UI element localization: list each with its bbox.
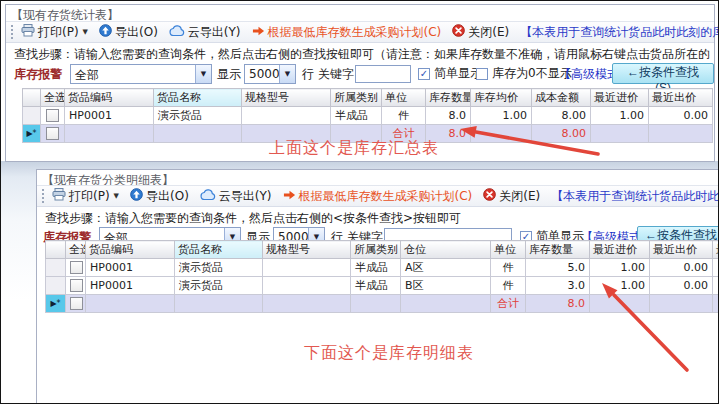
col-stock-qty[interactable]: 库存数量 — [526, 241, 590, 259]
simple-display-checkbox[interactable]: ✓ 简单显示 — [418, 65, 482, 82]
cell-recent-out: 0.00 — [649, 107, 713, 125]
close-icon — [483, 188, 496, 204]
cell-qty: 8.0 — [426, 107, 471, 125]
table-row[interactable]: HP0001 演示货品 半成品 B区 件 3.0 1.00 0.00 — [46, 277, 719, 295]
cell-spec — [263, 277, 351, 295]
arrow-right-icon — [252, 25, 265, 40]
col-stock-qty[interactable]: 库存数量 — [426, 89, 471, 107]
print-button[interactable]: 打印(P) ▼ — [21, 24, 88, 41]
cell-category: 半成品 — [351, 259, 401, 277]
col-select-all[interactable]: 全选 — [41, 89, 65, 107]
cell-category: 半成品 — [351, 277, 401, 295]
col-bin[interactable]: 仓位 — [401, 241, 491, 259]
toolbar: 打印(P) ▼ 导出(O) 云导出(Y) 根据最低库存数生成采购计划(C) 关闭… — [37, 185, 719, 207]
new-row-indicator-icon: ▶* — [46, 295, 66, 313]
filter-row: 库存报警 全部 ▼ 显示 5000 ▼ 行 关键字 ✓ 简单显示 库存为0不显示… — [6, 62, 714, 86]
chevron-down-icon: ▼ — [114, 192, 119, 200]
col-item-code[interactable]: 货品编码 — [65, 89, 154, 107]
row-limit-select[interactable]: 5000 ▼ — [244, 64, 296, 84]
arrow-right-icon — [283, 189, 296, 204]
cell-category: 半成品 — [331, 107, 382, 125]
stock-alarm-select[interactable]: 全部 ▼ — [70, 64, 212, 84]
col-item-code[interactable]: 货品编码 — [86, 241, 175, 259]
cell-avg-price: 1.00 — [471, 107, 532, 125]
keyword-input[interactable] — [355, 65, 411, 83]
col-recent-in[interactable]: 最近进价 — [590, 241, 650, 259]
help-text: 查找步骤：请输入您需要的查询条件，然后点击右侧的查找按钮即可（请注意：如果库存数… — [14, 46, 710, 63]
cloud-export-button[interactable]: 云导出(Y) — [169, 24, 241, 41]
row-checkbox[interactable] — [41, 107, 65, 125]
cell-unit: 件 — [491, 277, 526, 295]
new-row-indicator-icon: ▶* — [23, 125, 41, 143]
col-recent-in[interactable]: 最近进价 — [591, 89, 649, 107]
chevron-down-icon: ▼ — [195, 65, 211, 83]
table-row[interactable]: HP0001 演示货品 半成品 件 8.0 1.00 8.00 1.00 0.0… — [23, 107, 713, 125]
export-icon — [99, 24, 112, 40]
col-item-name[interactable]: 货品名称 — [154, 89, 242, 107]
cell-recent-in: 1.00 — [590, 277, 650, 295]
checkbox-checked-icon: ✓ — [418, 68, 430, 80]
col-spec[interactable]: 规格型号 — [263, 241, 351, 259]
col-recent-out[interactable]: 最近出价 — [650, 241, 713, 259]
col-clipped[interactable]: 最 — [713, 241, 719, 259]
purchase-plan-button[interactable]: 根据最低库存数生成采购计划(C) — [252, 24, 442, 41]
table-header-row: 全选 货品编码 货品名称 规格型号 所属类别 仓位 单位 库存数量 最近进价 最… — [46, 241, 719, 259]
col-recent-out[interactable]: 最近出价 — [649, 89, 713, 107]
cell-name: 演示货品 — [154, 107, 242, 125]
keyword-label: 关键字 — [318, 66, 354, 83]
col-spec[interactable]: 规格型号 — [242, 89, 331, 107]
row-gutter — [23, 89, 41, 107]
print-button[interactable]: 打印(P) ▼ — [52, 188, 119, 205]
summary-table: 全选 货品编码 货品名称 规格型号 所属类别 单位 库存数量 库存均价 成本金额… — [22, 88, 713, 143]
purchase-plan-button[interactable]: 根据最低库存数生成采购计划(C) — [283, 188, 473, 205]
total-row: ▶* 合计 8.0 — [46, 295, 719, 313]
toolbar: 打印(P) ▼ 导出(O) 云导出(Y) 根据最低库存数生成采购计划(C) 关闭… — [6, 21, 714, 43]
show-label: 显示 — [217, 66, 241, 83]
table-header-row: 全选 货品编码 货品名称 规格型号 所属类别 单位 库存数量 库存均价 成本金额… — [23, 89, 713, 107]
cell-bin: B区 — [401, 277, 491, 295]
printer-icon — [52, 188, 66, 204]
cloud-icon — [169, 25, 185, 40]
cell-unit: 件 — [491, 259, 526, 277]
close-icon — [452, 24, 465, 40]
col-unit[interactable]: 单位 — [491, 241, 526, 259]
total-cost: 8.00 — [532, 125, 591, 143]
cell-recent-in: 1.00 — [590, 259, 650, 277]
cell-spec — [242, 107, 331, 125]
row-gutter — [23, 107, 41, 125]
rows-unit-label: 行 — [302, 66, 314, 83]
col-select-all[interactable]: 全选 — [66, 241, 86, 259]
checkbox-unchecked-icon — [476, 68, 488, 80]
row-checkbox[interactable] — [66, 295, 86, 313]
export-icon — [130, 188, 143, 204]
cell-code: HP0001 — [65, 107, 154, 125]
col-avg-price[interactable]: 库存均价 — [471, 89, 532, 107]
row-checkbox[interactable] — [66, 259, 86, 277]
cell-code: HP0001 — [86, 259, 175, 277]
col-category[interactable]: 所属类别 — [351, 241, 401, 259]
col-category[interactable]: 所属类别 — [331, 89, 382, 107]
col-cost-amount[interactable]: 成本金额 — [532, 89, 591, 107]
cell-bin: A区 — [401, 259, 491, 277]
total-label: 合计 — [491, 295, 526, 313]
col-item-name[interactable]: 货品名称 — [175, 241, 263, 259]
search-by-condition-button[interactable]: ←按条件查找(S) — [612, 63, 714, 84]
hide-zero-checkbox[interactable]: 库存为0不显示 — [476, 65, 572, 82]
cell-code: HP0001 — [86, 277, 175, 295]
chevron-down-icon: ▼ — [83, 28, 88, 36]
table-row[interactable]: HP0001 演示货品 半成品 A区 件 5.0 1.00 0.00 — [46, 259, 719, 277]
annotation-bottom-note: 下面这个是库存明细表 — [304, 343, 474, 364]
row-checkbox[interactable] — [66, 277, 86, 295]
close-button[interactable]: 关闭(E) — [483, 188, 540, 205]
detail-table: 全选 货品编码 货品名称 规格型号 所属类别 仓位 单位 库存数量 最近进价 最… — [45, 240, 719, 313]
row-checkbox[interactable] — [41, 125, 65, 143]
export-button[interactable]: 导出(O) — [130, 188, 189, 205]
cell-cost: 8.00 — [532, 107, 591, 125]
export-button[interactable]: 导出(O) — [99, 24, 158, 41]
printer-icon — [21, 24, 35, 40]
cell-name: 演示货品 — [175, 259, 263, 277]
app-window: 【现有存货统计表】 打印(P) ▼ 导出(O) 云导出(Y) 根据最低库存数生成… — [0, 0, 719, 404]
col-unit[interactable]: 单位 — [382, 89, 426, 107]
cloud-export-button[interactable]: 云导出(Y) — [200, 188, 272, 205]
close-button[interactable]: 关闭(E) — [452, 24, 509, 41]
